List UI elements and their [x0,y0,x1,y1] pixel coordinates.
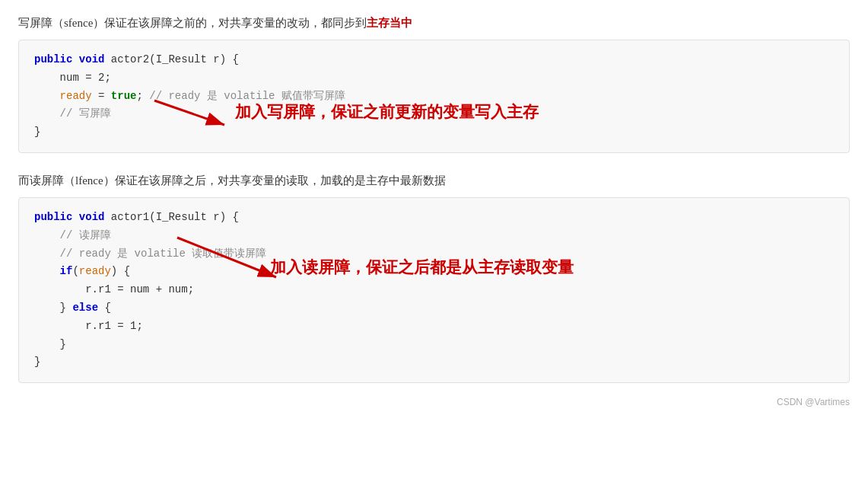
section2: 而读屏障（lfence）保证在该屏障之后，对共享变量的读取，加载的是主存中最新数… [18,171,850,383]
code-line-r8: } [34,336,834,354]
section1-code-block: public void actor2(I_Result r) { num = 2… [18,40,850,153]
code-line-r7: r.r1 = 1; [34,318,834,336]
section1-highlight: 主存当中 [367,17,412,29]
code-line-r3: // ready 是 volatile 读取值带读屏障 [34,245,834,263]
code-line-4: // 写屏障 [34,105,834,123]
section2-code-block: public void actor1(I_Result r) { // 读屏障 … [18,197,850,383]
code-line-1: public void actor2(I_Result r) { [34,51,834,69]
code-line-2: num = 2; [34,69,834,88]
code-line-5: } [34,123,834,142]
code-line-r1: public void actor1(I_Result r) { [34,209,834,227]
section2-description: 而读屏障（lfence）保证在该屏障之后，对共享变量的读取，加载的是主存中最新数… [18,171,850,190]
section1: 写屏障（sfence）保证在该屏障之前的，对共享变量的改动，都同步到主存当中 p… [18,14,850,153]
code-line-3: ready = true; // ready 是 volatile 赋值带写屏障 [34,88,834,106]
code-line-r4: if(ready) { [34,263,834,281]
code-line-r5: r.r1 = num + num; [34,281,834,299]
footer: CSDN @Vartimes [18,397,850,407]
code-line-r9: } [34,353,834,372]
code-line-r6: } else { [34,299,834,318]
section1-description: 写屏障（sfence）保证在该屏障之前的，对共享变量的改动，都同步到主存当中 [18,14,850,32]
code-line-r2: // 读屏障 [34,227,834,245]
